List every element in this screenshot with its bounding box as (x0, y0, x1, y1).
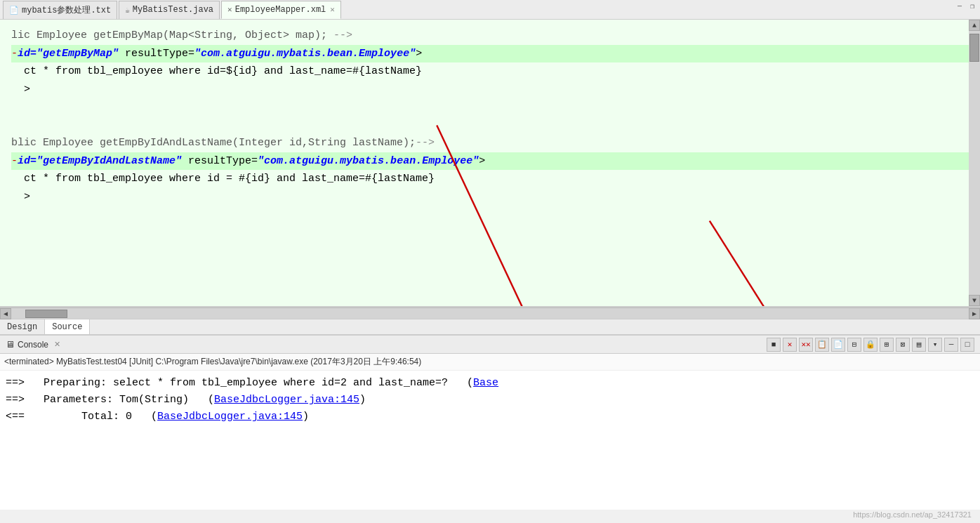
stop-button[interactable]: ■ (767, 338, 781, 352)
editor-scrollbar[interactable]: ▲ ▼ (969, 20, 980, 306)
tab-employee-mapper-xml[interactable]: ✕ EmployeeMapper.xml ✕ (221, 1, 341, 19)
word-wrap-button[interactable]: ⊠ (896, 338, 910, 352)
console-line-3: <== Total: 0 (BaseJdbcLogger.java:145) (6, 409, 974, 425)
code-line-1: lic Employee getEmpByMap(Map<String, Obj… (11, 27, 969, 45)
h-scroll-track (11, 309, 969, 319)
console-area: 🖥 Console ✕ ■ ✕ ✕✕ 📋 📄 ⊟ 🔒 ⊞ ⊠ ▤ ▾ ─ □ <… (0, 334, 980, 510)
java-icon: ☕ (125, 6, 130, 15)
base-jdbc-link-1[interactable]: Base (473, 377, 498, 389)
scroll-thumb[interactable] (969, 34, 979, 62)
copy-button[interactable]: 📋 (815, 338, 829, 352)
code-line-7: blic Employee getEmpByIdAndLastName(Inte… (11, 134, 969, 152)
code-line-9: ct * from tbl_employee where id = #{id} … (11, 170, 969, 188)
code-line-4: > (11, 81, 969, 99)
editor-content[interactable]: lic Employee getEmpByMap(Map<String, Obj… (0, 20, 980, 213)
h-scroll-thumb[interactable] (25, 310, 67, 318)
console-icon: 🖥 (6, 339, 15, 350)
scroll-down-button[interactable]: ▼ (969, 295, 980, 306)
scroll-lock-button[interactable]: ⊞ (880, 338, 894, 352)
code-line-6 (11, 117, 969, 135)
editor-area: lic Employee getEmpByMap(Map<String, Obj… (0, 20, 980, 307)
svg-line-2 (710, 221, 833, 306)
watermark: https://blog.csdn.net/ap_32417321 (853, 510, 972, 519)
pin-button[interactable]: 🔒 (863, 338, 878, 352)
new-console-button[interactable]: ▤ (912, 338, 926, 352)
xml-icon: ✕ (227, 5, 232, 14)
console-line-2: ==> Parameters: Tom(String) (BaseJdbcLog… (6, 392, 974, 409)
window-controls: ─ ❐ (955, 1, 977, 11)
minimize-console-button[interactable]: ─ (944, 338, 958, 352)
maximize-button[interactable]: ❐ (967, 1, 977, 11)
base-jdbc-link-3[interactable]: BaseJdbcLogger.java:145 (157, 411, 303, 423)
terminate-button[interactable]: ✕ (783, 338, 797, 352)
minimize-button[interactable]: ─ (955, 1, 965, 11)
filter-button[interactable]: ⊟ (847, 338, 861, 352)
horizontal-scrollbar[interactable]: ◀ ▶ (0, 307, 980, 319)
paste-button[interactable]: 📄 (831, 338, 845, 352)
tab-design[interactable]: Design (0, 319, 45, 334)
console-close-icon[interactable]: ✕ (54, 340, 60, 349)
tab-close-button[interactable]: ✕ (330, 5, 335, 14)
console-title: 🖥 Console ✕ (6, 339, 60, 350)
base-jdbc-link-2[interactable]: BaseJdbcLogger.java:145 (214, 394, 359, 406)
console-status-line: <terminated> MyBatisTest.test04 [JUnit] … (0, 354, 980, 371)
tab-source[interactable]: Source (45, 319, 90, 334)
console-output: ==> Preparing: select * from tbl_employe… (0, 371, 980, 510)
code-line-8: -id="getEmpByIdAndLastName" resultType="… (11, 152, 969, 171)
bottom-tab-bar: Design Source (0, 319, 980, 334)
remove-all-button[interactable]: ✕✕ (799, 338, 813, 352)
file-icon: 📄 (9, 6, 19, 15)
scroll-up-button[interactable]: ▲ (969, 20, 980, 31)
tab-mybatis-txt[interactable]: 📄 mybatis参数处理.txt (3, 1, 117, 19)
code-line-5 (11, 98, 969, 117)
scroll-left-button[interactable]: ◀ (0, 308, 11, 319)
console-line-1: ==> Preparing: select * from tbl_employe… (6, 375, 974, 392)
settings-button[interactable]: ▾ (928, 338, 942, 352)
code-line-2: -id="getEmpByMap" resultType="com.atguig… (11, 45, 969, 63)
tab-mybatis-test-java[interactable]: ☕ MyBatisTest.java (119, 1, 220, 19)
code-line-3: ct * from tbl_employee where id=${id} an… (11, 62, 969, 81)
code-line-10: > (11, 188, 969, 206)
console-toolbar: ■ ✕ ✕✕ 📋 📄 ⊟ 🔒 ⊞ ⊠ ▤ ▾ ─ □ (767, 338, 974, 352)
tab-bar: 📄 mybatis参数处理.txt ☕ MyBatisTest.java ✕ E… (0, 0, 980, 20)
console-header: 🖥 Console ✕ ■ ✕ ✕✕ 📋 📄 ⊟ 🔒 ⊞ ⊠ ▤ ▾ ─ □ (0, 336, 980, 354)
maximize-console-button[interactable]: □ (960, 338, 974, 352)
scroll-right-button[interactable]: ▶ (969, 308, 980, 319)
